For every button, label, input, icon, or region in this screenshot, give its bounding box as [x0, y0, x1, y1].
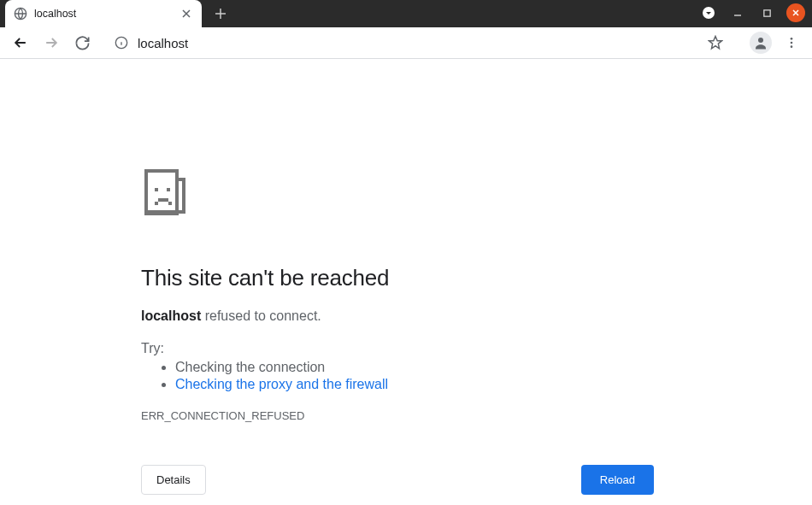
profile-button[interactable]	[747, 29, 774, 56]
tab-title: localhost	[34, 8, 179, 20]
avatar-icon	[750, 32, 772, 54]
maximize-button[interactable]	[757, 3, 776, 22]
error-message: localhost refused to connect.	[141, 308, 654, 324]
bookmark-star-icon[interactable]	[702, 29, 729, 56]
window-controls	[699, 3, 805, 22]
try-label: Try:	[141, 341, 654, 356]
browser-titlebar: localhost	[0, 0, 812, 27]
error-host: localhost	[141, 308, 201, 323]
new-tab-button[interactable]	[209, 2, 232, 26]
app-menu-icon[interactable]	[699, 3, 718, 22]
suggestion-list: Checking the connection Checking the pro…	[141, 360, 654, 392]
address-bar[interactable]: localhost	[104, 30, 738, 56]
svg-rect-12	[146, 210, 185, 214]
suggestion-item: Checking the connection	[175, 360, 654, 375]
reload-page-button[interactable]: Reload	[581, 465, 654, 495]
browser-tab[interactable]: localhost	[5, 0, 202, 27]
back-button[interactable]	[7, 29, 34, 56]
close-window-button[interactable]	[786, 3, 805, 22]
svg-rect-17	[168, 202, 172, 205]
svg-rect-15	[155, 202, 158, 205]
error-code: ERR_CONNECTION_REFUSED	[141, 409, 654, 422]
button-row: Details Reload	[141, 465, 654, 495]
details-button[interactable]: Details	[141, 465, 206, 495]
close-tab-button[interactable]	[179, 7, 193, 21]
minimize-button[interactable]	[728, 3, 747, 22]
svg-rect-8	[146, 171, 177, 214]
svg-rect-2	[763, 9, 769, 15]
globe-icon	[14, 7, 27, 21]
svg-point-6	[791, 42, 793, 44]
error-suffix: refused to connect.	[201, 308, 321, 323]
error-page: This site can't be reached localhost ref…	[141, 59, 654, 495]
svg-point-5	[791, 38, 793, 40]
svg-rect-13	[155, 188, 158, 191]
svg-rect-16	[158, 198, 168, 202]
svg-point-4	[758, 38, 763, 43]
info-icon[interactable]	[114, 35, 129, 50]
suggestion-item: Checking the proxy and the firewall	[175, 377, 654, 392]
browser-toolbar: localhost	[0, 27, 812, 59]
proxy-firewall-link[interactable]: Checking the proxy and the firewall	[175, 377, 388, 391]
svg-rect-14	[167, 188, 170, 191]
sad-page-icon	[141, 166, 654, 231]
svg-point-7	[791, 45, 793, 48]
url-text: localhost	[138, 36, 702, 50]
svg-rect-11	[182, 178, 185, 214]
reload-button[interactable]	[68, 29, 96, 56]
page-content: This site can't be reached localhost ref…	[0, 59, 812, 505]
forward-button[interactable]	[38, 29, 65, 56]
error-title: This site can't be reached	[141, 265, 654, 291]
kebab-menu-icon[interactable]	[778, 29, 805, 56]
